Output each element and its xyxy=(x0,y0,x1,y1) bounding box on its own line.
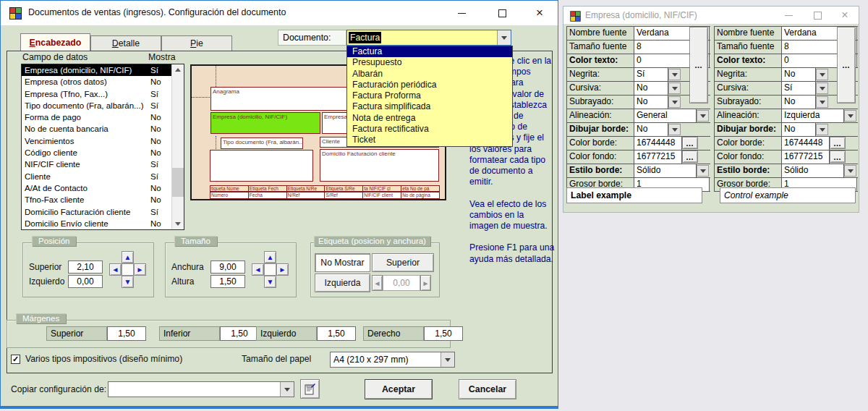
tamano-anchura-field[interactable]: 9,00 xyxy=(210,260,245,274)
arrow-down-button[interactable]: ▼ xyxy=(122,276,134,288)
property-value-field[interactable]: No xyxy=(634,123,668,136)
minimize-button[interactable] xyxy=(778,7,799,24)
property-value-field[interactable]: 16777215 xyxy=(782,151,830,164)
spinner-right-icon[interactable]: ► xyxy=(420,275,431,291)
scroll-down-icon[interactable] xyxy=(172,219,184,229)
tab-pie[interactable]: Pie xyxy=(161,35,232,51)
margin-izquierdo-field[interactable]: 1,50 xyxy=(317,326,356,341)
chevron-down-icon[interactable] xyxy=(497,30,511,45)
list-item[interactable]: Código clienteNo xyxy=(22,147,184,158)
property-value-field[interactable]: Sí xyxy=(782,82,816,95)
ellipsis-button[interactable]: … xyxy=(830,137,846,149)
chevron-down-icon[interactable] xyxy=(816,96,828,108)
superior-button[interactable]: Superior xyxy=(372,253,434,272)
dropdown-option[interactable]: Ticket xyxy=(347,135,512,145)
dropdown-option[interactable]: Facturación periódica xyxy=(347,80,512,90)
list-item[interactable]: Domicilio Envío clienteNo xyxy=(22,218,184,229)
documento-combobox[interactable]: Factura xyxy=(346,30,511,46)
tamano-altura-field[interactable]: 1,50 xyxy=(210,275,245,288)
preview-empty-box[interactable] xyxy=(210,150,313,182)
property-value-field[interactable]: 16744448 xyxy=(634,137,682,150)
chevron-down-icon[interactable] xyxy=(668,69,681,80)
dropdown-option[interactable]: Factura simplificada xyxy=(347,101,512,112)
chevron-down-icon[interactable] xyxy=(844,165,856,177)
aceptar-button[interactable]: Aceptar xyxy=(365,379,433,399)
list-item[interactable]: NIF/CIF clienteSí xyxy=(22,158,184,170)
property-value-field[interactable]: No xyxy=(634,82,668,95)
list-item[interactable]: Empresa (Tfno, Fax...)Sí xyxy=(22,88,184,100)
property-value-field[interactable]: No xyxy=(782,123,816,136)
property-value-field[interactable]: Sí xyxy=(634,68,668,81)
scroll-up-icon[interactable] xyxy=(172,64,184,75)
property-value-field[interactable]: No xyxy=(782,68,816,81)
dropdown-option[interactable]: Factura xyxy=(347,46,512,57)
chevron-down-icon[interactable] xyxy=(668,82,681,94)
arrow-left-button[interactable]: ◄ xyxy=(252,263,264,276)
arrow-left-button[interactable]: ◄ xyxy=(109,263,122,276)
ellipsis-button[interactable]: … xyxy=(682,137,698,149)
font-picker-button[interactable]: … xyxy=(689,27,708,103)
chevron-down-icon[interactable] xyxy=(816,69,828,80)
dropdown-option[interactable]: Factura rectificativa xyxy=(347,124,512,135)
list-item[interactable]: Forma de pagoNo xyxy=(22,111,184,123)
property-value-field[interactable]: No xyxy=(634,96,668,109)
chevron-down-icon[interactable] xyxy=(441,352,454,367)
minimize-button[interactable] xyxy=(451,4,472,22)
close-button[interactable]: × xyxy=(529,4,550,22)
arrow-right-button[interactable]: ► xyxy=(276,263,289,276)
chevron-down-icon[interactable] xyxy=(816,82,828,94)
list-item[interactable]: A/At de ContactoNo xyxy=(22,182,184,194)
list-item[interactable]: VencimientosNo xyxy=(22,135,184,147)
chevron-down-icon[interactable] xyxy=(697,165,709,177)
chevron-down-icon[interactable] xyxy=(668,124,681,135)
list-item[interactable]: Tipo documento (Fra, albarán...)Sí xyxy=(22,100,184,111)
property-value-field[interactable]: 16777215 xyxy=(634,151,682,164)
chevron-down-icon[interactable] xyxy=(668,96,681,108)
chevron-down-icon[interactable] xyxy=(697,110,709,122)
preview-domicilio-box[interactable]: Domicilio Facturación cliente xyxy=(320,149,439,182)
list-item[interactable]: Domicilio Facturación clienteSí xyxy=(22,206,184,218)
margin-superior-field[interactable]: 1,50 xyxy=(107,326,146,341)
paste-config-button[interactable] xyxy=(300,379,320,399)
posicion-superior-field[interactable]: 2,10 xyxy=(68,260,103,274)
dropdown-option[interactable]: Albarán xyxy=(347,69,512,80)
property-value-field[interactable]: 16744448 xyxy=(782,137,830,150)
property-value-field[interactable]: Sólido xyxy=(634,164,697,177)
ellipsis-button[interactable]: … xyxy=(830,151,846,163)
arrow-right-button[interactable]: ► xyxy=(134,263,146,276)
property-value-field[interactable]: Sólido xyxy=(782,164,844,177)
property-value-field[interactable]: Izquierda xyxy=(782,109,844,122)
maximize-button[interactable] xyxy=(491,4,513,22)
dropdown-option[interactable]: Factura Proforma xyxy=(347,90,512,101)
varios-tipos-checkbox[interactable]: ✓ xyxy=(11,355,20,364)
list-item[interactable]: Empresa (otros datos)No xyxy=(22,76,184,88)
preview-empresa-domicilio-box-selected[interactable]: Empresa (domicilio, NIF/CIF) xyxy=(210,112,320,134)
dropdown-option[interactable]: Presupuesto xyxy=(347,57,512,68)
no-mostrar-button[interactable]: No Mostrar xyxy=(315,253,370,272)
maximize-button[interactable] xyxy=(807,7,828,24)
list-item[interactable]: No de cuenta bancariaNo xyxy=(22,123,184,135)
copiar-combobox[interactable] xyxy=(108,381,294,397)
dropdown-option[interactable]: Nota de entrega xyxy=(347,113,512,124)
papel-combobox[interactable]: A4 (210 x 297 mm) xyxy=(330,352,455,368)
posicion-izquierdo-field[interactable]: 0,00 xyxy=(68,275,103,288)
arrow-down-button[interactable]: ▼ xyxy=(264,276,276,288)
margin-inferior-field[interactable]: 1,50 xyxy=(220,326,259,341)
tab-detalle[interactable]: Detalle xyxy=(90,35,161,51)
tab-encabezado[interactable]: Encabezado xyxy=(20,33,90,51)
ellipsis-button[interactable]: … xyxy=(682,151,698,163)
margin-derecho-field[interactable]: 1,50 xyxy=(424,326,463,341)
chevron-down-icon[interactable] xyxy=(844,110,856,122)
etiqueta-spinner-field[interactable]: 0,00 xyxy=(383,275,420,291)
arrow-up-button[interactable]: ▲ xyxy=(264,251,276,263)
arrow-up-button[interactable]: ▲ xyxy=(122,251,134,263)
preview-tipo-documento-box[interactable]: Tipo documento (Fra, albarán.. xyxy=(221,137,303,149)
list-item[interactable]: Empresa (domicilio, NIF/CIF)Sí xyxy=(22,64,184,76)
izquierda-button[interactable]: Izquierda xyxy=(315,274,370,292)
spinner-left-icon[interactable]: ◄ xyxy=(372,275,383,291)
list-item[interactable]: Tfno-Fax clienteNo xyxy=(22,194,184,206)
property-value-field[interactable]: General xyxy=(634,109,697,122)
font-picker-button[interactable]: … xyxy=(837,27,856,103)
cancelar-button[interactable]: Cancelar xyxy=(459,379,516,399)
property-value-field[interactable]: No xyxy=(782,96,816,109)
